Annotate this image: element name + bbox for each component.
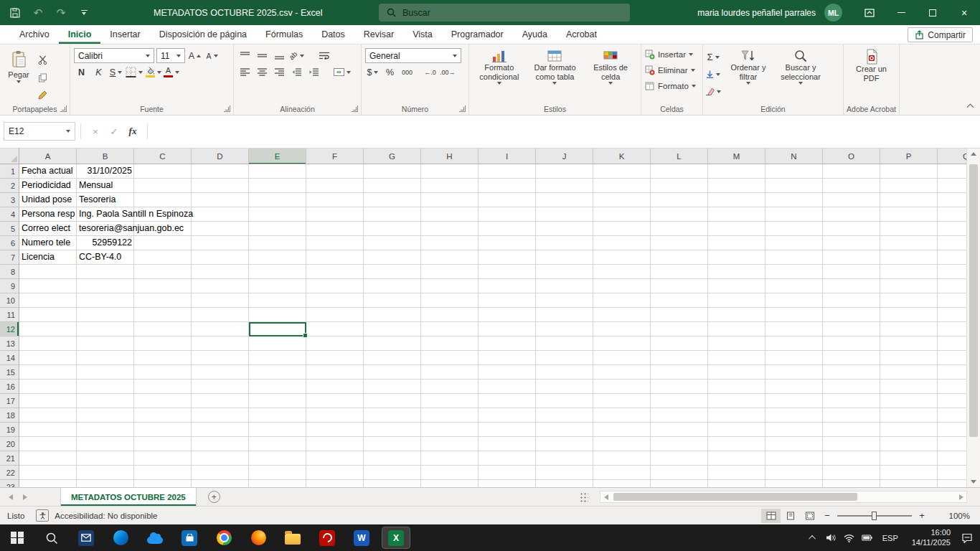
tab-splitter-grip[interactable] — [580, 492, 588, 502]
column-header-B[interactable]: B — [77, 149, 134, 164]
zoom-in-button[interactable]: + — [914, 510, 930, 521]
scroll-down-icon[interactable] — [971, 480, 976, 484]
taskbar-excel-button[interactable]: X — [379, 524, 413, 551]
accessibility-icon[interactable] — [36, 509, 49, 522]
find-select-button[interactable]: Buscar y seleccionar — [774, 47, 827, 103]
tray-network-button[interactable] — [840, 524, 858, 551]
tab-programador[interactable]: Programador — [442, 25, 513, 44]
row-header-20[interactable]: 20 — [0, 437, 19, 451]
cell-styles-button[interactable]: Estilos de celda — [583, 47, 638, 103]
customize-qat-button[interactable] — [73, 2, 95, 24]
row-header-12[interactable]: 12 — [0, 322, 19, 336]
horizontal-scrollbar[interactable] — [600, 491, 967, 503]
increase-indent-button[interactable] — [306, 65, 321, 80]
row-header-1[interactable]: 1 — [0, 164, 19, 179]
fill-button[interactable] — [705, 67, 721, 82]
decrease-decimal-button[interactable]: .00→ — [440, 65, 456, 80]
format-painter-button[interactable] — [35, 88, 50, 103]
tab-inicio[interactable]: Inicio — [59, 25, 101, 44]
copy-button[interactable] — [35, 70, 50, 85]
tab-archivo[interactable]: Archivo — [10, 25, 59, 44]
column-header-M[interactable]: M — [708, 149, 765, 164]
collapse-ribbon-icon[interactable] — [967, 104, 974, 111]
number-format-combo[interactable]: General — [365, 48, 461, 63]
taskbar-word-button[interactable]: W — [344, 524, 379, 551]
delete-cells-button[interactable]: Eliminar — [644, 62, 700, 78]
page-layout-view-button[interactable] — [781, 509, 800, 523]
redo-button[interactable]: ↷ — [50, 2, 72, 24]
number-dialog-launcher[interactable] — [459, 105, 466, 112]
font-size-combo[interactable]: 11 — [156, 48, 185, 63]
scroll-up-icon[interactable] — [971, 152, 976, 156]
tab-vista[interactable]: Vista — [403, 25, 442, 44]
column-header-J[interactable]: J — [536, 149, 593, 164]
borders-button[interactable] — [126, 65, 143, 80]
accessibility-status[interactable]: Accesibilidad: No disponible — [55, 512, 157, 520]
column-header-D[interactable]: D — [192, 149, 249, 164]
taskbar-firefox-button[interactable] — [241, 524, 275, 551]
conditional-formatting-button[interactable]: Formato condicional — [472, 47, 527, 103]
format-cells-button[interactable]: Formato — [644, 78, 700, 94]
row-header-4[interactable]: 4 — [0, 207, 19, 222]
taskbar-search-button[interactable] — [34, 524, 69, 551]
row-header-21[interactable]: 21 — [0, 451, 19, 466]
sort-filter-button[interactable]: Ordenar y filtrar — [722, 47, 774, 103]
column-header-Q[interactable]: Q — [938, 149, 966, 164]
increase-decimal-button[interactable]: ←.0 — [423, 65, 438, 80]
add-sheet-button[interactable]: + — [208, 491, 220, 503]
insert-cells-button[interactable]: Insertar — [644, 47, 700, 62]
decrease-indent-button[interactable] — [289, 65, 304, 80]
row-header-8[interactable]: 8 — [0, 265, 19, 279]
cell-A4[interactable]: Persona resp — [19, 207, 77, 222]
row-header-18[interactable]: 18 — [0, 408, 19, 423]
normal-view-button[interactable] — [761, 509, 781, 523]
zoom-slider[interactable] — [837, 515, 912, 517]
zoom-out-button[interactable]: − — [819, 510, 835, 521]
column-header-F[interactable]: F — [306, 149, 364, 164]
row-header-16[interactable]: 16 — [0, 380, 19, 394]
undo-button[interactable]: ↶ — [27, 2, 49, 24]
font-dialog-launcher[interactable] — [224, 105, 230, 112]
cells-layer[interactable]: Fecha actual31/10/2025PeriodicidadMensua… — [19, 164, 966, 487]
align-middle-button[interactable] — [255, 48, 270, 63]
cell-B3[interactable]: Tesoreria — [77, 193, 134, 207]
formula-input[interactable] — [157, 122, 976, 141]
thousands-format-button[interactable]: 000 — [400, 65, 415, 80]
taskbar-chrome-button[interactable] — [207, 524, 241, 551]
confirm-entry-button[interactable]: ✓ — [105, 122, 123, 141]
scroll-right-icon[interactable] — [959, 494, 963, 500]
row-header-2[interactable]: 2 — [0, 179, 19, 193]
row-header-13[interactable]: 13 — [0, 336, 19, 351]
underline-button[interactable]: S — [108, 65, 123, 80]
taskbar-mail-button[interactable] — [69, 524, 103, 551]
alignment-dialog-launcher[interactable] — [352, 105, 358, 112]
taskbar-acrobat-button[interactable] — [310, 524, 344, 551]
row-header-23[interactable]: 23 — [0, 480, 19, 487]
row-header-17[interactable]: 17 — [0, 394, 19, 408]
column-header-H[interactable]: H — [421, 149, 479, 164]
taskbar-store-button[interactable] — [172, 524, 207, 551]
autosum-button[interactable]: Σ — [705, 50, 721, 65]
row-header-10[interactable]: 10 — [0, 293, 19, 308]
row-header-15[interactable]: 15 — [0, 365, 19, 380]
notification-center-button[interactable] — [958, 524, 976, 551]
row-header-11[interactable]: 11 — [0, 308, 19, 322]
tab-ayuda[interactable]: Ayuda — [513, 25, 557, 44]
avatar[interactable]: ML — [824, 4, 842, 22]
share-button[interactable]: Compartir — [908, 27, 973, 42]
tray-volume-button[interactable] — [822, 524, 840, 551]
format-as-table-button[interactable]: Dar formato como tabla — [527, 47, 582, 103]
tray-chevron-button[interactable] — [804, 524, 822, 551]
vertical-scrollbar[interactable] — [966, 149, 980, 487]
clipboard-dialog-launcher[interactable] — [60, 105, 67, 112]
cell-B4[interactable]: Ing. Paola Santill n Espinoza — [77, 207, 134, 222]
tab-formulas[interactable]: Fórmulas — [256, 25, 312, 44]
cell-A2[interactable]: Periodicidad — [19, 179, 77, 193]
column-header-C[interactable]: C — [134, 149, 192, 164]
save-button[interactable] — [4, 2, 26, 24]
cell-B1[interactable]: 31/10/2025 — [77, 164, 134, 179]
sheet-tab-active[interactable]: METADATOS OCTUBRE 2025 — [60, 488, 197, 506]
cell-A5[interactable]: Correo elect — [19, 222, 77, 236]
vertical-scroll-thumb[interactable] — [969, 164, 978, 437]
fill-color-button[interactable] — [145, 65, 161, 80]
